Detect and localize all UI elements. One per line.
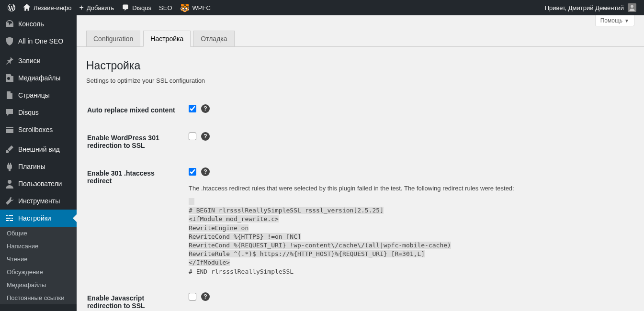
- admin-bar: Лезвие-инфо + Добавить Disqus SEO 🐯 WPFC…: [0, 0, 644, 15]
- page-icon: [5, 90, 14, 100]
- tab-configuration[interactable]: Configuration: [86, 31, 140, 47]
- sub-reading[interactable]: Чтение: [0, 253, 77, 266]
- sub-discussion[interactable]: Обсуждение: [0, 266, 77, 278]
- page-title: Настройка: [86, 59, 634, 72]
- checkbox-wp301[interactable]: [189, 133, 196, 140]
- menu-label: All in One SEO: [18, 37, 63, 45]
- settings-submenu: Общие Написание Чтение Обсуждение Медиаф…: [0, 227, 77, 304]
- sub-writing[interactable]: Написание: [0, 240, 77, 253]
- plug-icon: [5, 162, 14, 171]
- field-label-jsredirect: Enable Javascript redirection to SSL: [87, 285, 183, 311]
- menu-users[interactable]: Пользователи: [0, 175, 77, 192]
- checkbox-htaccess[interactable]: [189, 168, 196, 176]
- greeting: Привет, Дмитрий Дементий: [545, 4, 624, 11]
- content-area: Помощь ▼ Configuration Настройка Отладка…: [77, 15, 644, 311]
- menu-label: Настройки: [18, 214, 51, 222]
- menu-pages[interactable]: Страницы: [0, 87, 77, 104]
- site-name: Лезвие-инфо: [34, 4, 72, 11]
- htaccess-code: # BEGIN rlrssslReallySimpleSSL rsssl_ver…: [189, 198, 629, 276]
- menu-label: Scrollboxes: [18, 126, 53, 133]
- menu-label: Disqus: [18, 109, 39, 116]
- media-icon: [5, 73, 14, 83]
- sub-permalinks[interactable]: Постоянные ссылки: [0, 291, 77, 304]
- seo-label: SEO: [159, 4, 172, 11]
- menu-aioseo[interactable]: All in One SEO: [0, 33, 77, 50]
- wrench-icon: [5, 196, 14, 206]
- chevron-down-icon: ▼: [624, 18, 629, 23]
- page-desc: Settings to optimize your SSL configurat…: [86, 77, 634, 84]
- comment-icon: [5, 108, 14, 117]
- seo-link[interactable]: SEO: [155, 0, 176, 15]
- help-icon[interactable]: ?: [201, 167, 210, 176]
- home-icon: [23, 4, 31, 11]
- menu-console[interactable]: Консоль: [0, 15, 77, 33]
- dashboard-icon: [5, 19, 14, 29]
- field-label-autoreplace: Auto replace mixed content: [87, 97, 183, 123]
- help-label: Помощь: [600, 17, 622, 24]
- svg-point-1: [8, 180, 11, 184]
- disqus-label: Disqus: [132, 4, 151, 11]
- menu-label: Плагины: [18, 163, 45, 170]
- menu-media[interactable]: Медиафайлы: [0, 69, 77, 87]
- menu-settings[interactable]: Настройки: [0, 210, 77, 227]
- menu-label: Внешний вид: [18, 145, 60, 153]
- shield-icon: [5, 36, 14, 46]
- add-label: Добавить: [87, 4, 114, 11]
- sub-media[interactable]: Медиафайлы: [0, 278, 77, 291]
- site-link[interactable]: Лезвие-инфо: [19, 0, 76, 15]
- menu-tools[interactable]: Инструменты: [0, 192, 77, 210]
- sliders-icon: [5, 213, 14, 223]
- disqus-link[interactable]: Disqus: [118, 0, 155, 15]
- menu-appearance[interactable]: Внешний вид: [0, 141, 77, 158]
- menu-label: Страницы: [18, 91, 50, 99]
- menu-label: Медиафайлы: [18, 74, 60, 82]
- menu-label: Консоль: [18, 20, 44, 28]
- menu-label: Записи: [18, 57, 40, 65]
- tabs-nav: Configuration Настройка Отладка: [77, 26, 644, 47]
- avatar: [628, 3, 636, 12]
- menu-label: Инструменты: [18, 197, 60, 205]
- wpfc-label: WPFC: [192, 4, 211, 11]
- account-link[interactable]: Привет, Дмитрий Дементий: [541, 0, 640, 15]
- admin-sidebar: Консоль All in One SEO Записи Медиафайлы…: [0, 15, 77, 311]
- sub-general[interactable]: Общие: [0, 227, 77, 240]
- user-icon: [5, 179, 14, 189]
- menu-plugins[interactable]: Плагины: [0, 158, 77, 175]
- add-new[interactable]: + Добавить: [76, 0, 118, 15]
- wp-logo[interactable]: [4, 0, 19, 15]
- svg-point-0: [631, 5, 633, 8]
- help-icon[interactable]: ?: [201, 104, 210, 113]
- checkbox-jsredirect[interactable]: [189, 293, 196, 300]
- tab-settings[interactable]: Настройка: [143, 31, 191, 47]
- box-icon: [5, 125, 14, 134]
- tab-debug[interactable]: Отладка: [193, 31, 234, 47]
- field-label-htaccess: Enable 301 .htaccess redirect: [87, 160, 183, 284]
- menu-scrollboxes[interactable]: Scrollboxes: [0, 121, 77, 138]
- comment-icon: [122, 4, 129, 11]
- wpfc-link[interactable]: 🐯 WPFC: [176, 0, 215, 15]
- help-icon[interactable]: ?: [201, 292, 210, 301]
- menu-disqus[interactable]: Disqus: [0, 104, 77, 121]
- brush-icon: [5, 144, 14, 154]
- menu-posts[interactable]: Записи: [0, 52, 77, 69]
- help-tab[interactable]: Помощь ▼: [595, 15, 634, 26]
- checkbox-autoreplace[interactable]: [189, 105, 196, 112]
- help-icon[interactable]: ?: [201, 132, 210, 141]
- field-label-wp301: Enable WordPress 301 redirection to SSL: [87, 124, 183, 159]
- pin-icon: [5, 56, 14, 66]
- menu-label: Пользователи: [18, 180, 62, 188]
- wpfc-icon: 🐯: [180, 3, 190, 12]
- wordpress-icon: [8, 4, 15, 11]
- htaccess-notice: The .htaccess redirect rules that were s…: [189, 185, 629, 192]
- plus-icon: +: [79, 3, 84, 12]
